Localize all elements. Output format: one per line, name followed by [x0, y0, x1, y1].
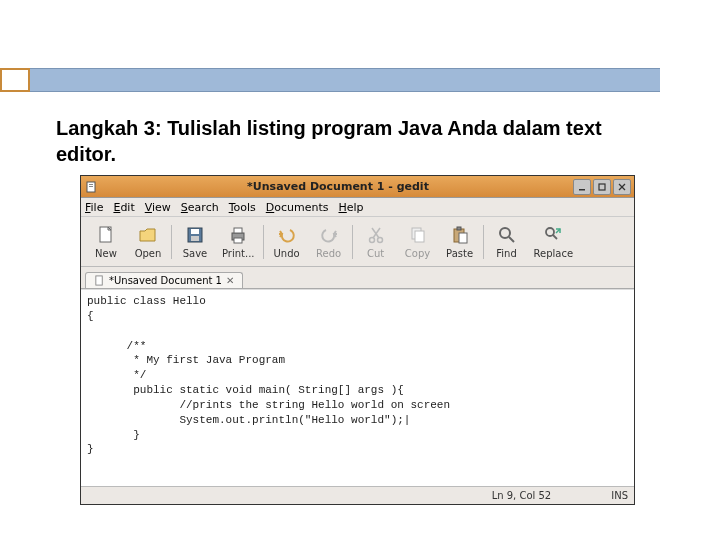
- open-label: Open: [135, 248, 162, 259]
- svg-rect-4: [599, 184, 605, 190]
- new-button[interactable]: New: [85, 222, 127, 261]
- menubar: File Edit View Search Tools Documents He…: [81, 198, 634, 217]
- new-file-icon: [95, 224, 117, 246]
- find-button[interactable]: Find: [486, 222, 528, 261]
- new-label: New: [95, 248, 117, 259]
- titlebar: *Unsaved Document 1 - gedit: [81, 176, 634, 198]
- redo-label: Redo: [316, 248, 341, 259]
- undo-icon: [276, 224, 298, 246]
- copy-icon: [407, 224, 429, 246]
- cursor-position: Ln 9, Col 52: [492, 490, 552, 501]
- slide-header-bar: [0, 68, 660, 92]
- svg-rect-21: [457, 227, 461, 230]
- paste-icon: [449, 224, 471, 246]
- save-button[interactable]: Save: [174, 222, 216, 261]
- maximize-button[interactable]: [593, 179, 611, 195]
- print-icon: [227, 224, 249, 246]
- menu-search[interactable]: Search: [181, 201, 219, 214]
- document-tab[interactable]: *Unsaved Document 1 ✕: [85, 272, 243, 288]
- open-button[interactable]: Open: [127, 222, 169, 261]
- find-label: Find: [496, 248, 517, 259]
- print-label: Print...: [222, 248, 255, 259]
- undo-button[interactable]: Undo: [266, 222, 308, 261]
- menu-file[interactable]: File: [85, 201, 103, 214]
- tab-label: *Unsaved Document 1: [109, 275, 222, 286]
- instruction-text: Langkah 3: Tulislah listing program Java…: [56, 115, 656, 167]
- print-button[interactable]: Print...: [216, 222, 261, 261]
- find-icon: [496, 224, 518, 246]
- svg-rect-9: [191, 229, 199, 234]
- paste-label: Paste: [446, 248, 473, 259]
- svg-rect-10: [191, 236, 199, 241]
- folder-open-icon: [137, 224, 159, 246]
- save-icon: [184, 224, 206, 246]
- window-title: *Unsaved Document 1 - gedit: [103, 180, 573, 193]
- redo-button[interactable]: Redo: [308, 222, 350, 261]
- insert-mode: INS: [611, 490, 628, 501]
- svg-rect-2: [89, 186, 93, 187]
- statusbar: Ln 9, Col 52 INS: [81, 486, 634, 504]
- cut-button[interactable]: Cut: [355, 222, 397, 261]
- redo-icon: [318, 224, 340, 246]
- replace-icon: [542, 224, 564, 246]
- close-button[interactable]: [613, 179, 631, 195]
- replace-label: Replace: [534, 248, 574, 259]
- toolbar-separator: [171, 225, 172, 259]
- svg-line-26: [553, 235, 557, 239]
- code-editor[interactable]: public class Hello { /** * My first Java…: [81, 289, 634, 486]
- menu-tools[interactable]: Tools: [229, 201, 256, 214]
- toolbar: New Open Save Print... Undo Redo Cut: [81, 217, 634, 267]
- undo-label: Undo: [273, 248, 299, 259]
- menu-documents[interactable]: Documents: [266, 201, 329, 214]
- copy-label: Copy: [405, 248, 430, 259]
- toolbar-separator: [352, 225, 353, 259]
- copy-button[interactable]: Copy: [397, 222, 439, 261]
- replace-button[interactable]: Replace: [528, 222, 580, 261]
- svg-rect-3: [579, 189, 585, 191]
- gedit-window: *Unsaved Document 1 - gedit File Edit Vi…: [80, 175, 635, 505]
- menu-view[interactable]: View: [145, 201, 171, 214]
- tabbar: *Unsaved Document 1 ✕: [81, 267, 634, 289]
- svg-line-16: [373, 228, 380, 238]
- svg-point-14: [369, 238, 374, 243]
- svg-rect-12: [234, 228, 242, 233]
- document-icon: [94, 275, 105, 286]
- toolbar-separator: [263, 225, 264, 259]
- minimize-button[interactable]: [573, 179, 591, 195]
- svg-rect-13: [234, 238, 242, 243]
- svg-point-23: [500, 228, 510, 238]
- cut-icon: [365, 224, 387, 246]
- svg-line-17: [372, 228, 379, 238]
- save-label: Save: [183, 248, 208, 259]
- svg-rect-22: [459, 233, 467, 243]
- toolbar-separator: [483, 225, 484, 259]
- menu-help[interactable]: Help: [339, 201, 364, 214]
- svg-point-25: [546, 228, 554, 236]
- svg-rect-19: [415, 231, 424, 242]
- blue-accent-bar: [30, 68, 660, 92]
- paste-button[interactable]: Paste: [439, 222, 481, 261]
- app-icon: [81, 181, 103, 193]
- svg-line-24: [509, 237, 514, 242]
- cut-label: Cut: [367, 248, 384, 259]
- svg-point-15: [377, 238, 382, 243]
- tab-close-icon[interactable]: ✕: [226, 275, 234, 286]
- menu-edit[interactable]: Edit: [113, 201, 134, 214]
- orange-accent-box: [0, 68, 30, 92]
- svg-rect-27: [96, 276, 102, 285]
- svg-rect-1: [89, 184, 93, 185]
